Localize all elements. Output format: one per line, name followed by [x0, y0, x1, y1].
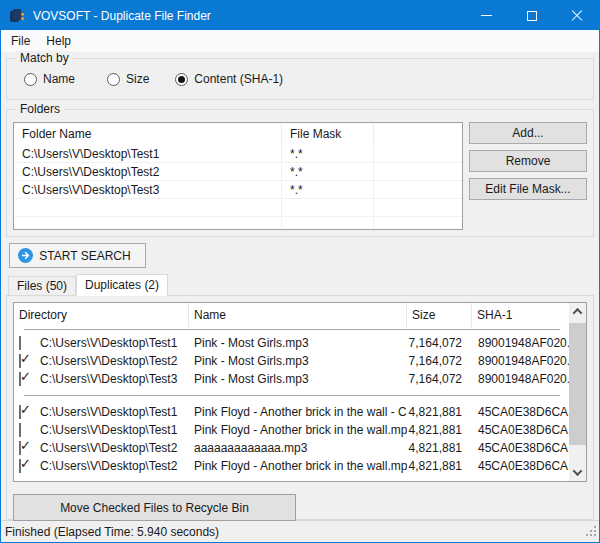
cell-size: 4,821,881	[407, 459, 472, 473]
start-search-button[interactable]: START SEARCH	[9, 243, 146, 268]
duplicate-row[interactable]: C:\Users\V\Desktop\Test1 Pink Floyd - An…	[14, 421, 569, 439]
cell-directory: C:\Users\V\Desktop\Test2	[36, 354, 189, 368]
cell-sha1: 89001948AF020...	[472, 372, 569, 386]
folder-row[interactable]: C:\Users\V\Desktop\Test2 *.*	[14, 163, 462, 181]
chevron-down-icon	[573, 466, 583, 476]
column-file-mask[interactable]: File Mask	[282, 123, 374, 145]
duplicate-row[interactable]: C:\Users\V\Desktop\Test3 Pink - Most Gir…	[14, 370, 569, 388]
cell-sha1: 45CA0E38D6CA...	[472, 459, 569, 473]
folders-table-header: Folder Name File Mask	[14, 123, 462, 145]
duplicates-list-content: Directory Name Size SHA-1 C:\Users\V\Des…	[14, 303, 569, 475]
scroll-down-button[interactable]	[569, 464, 586, 481]
column-folder-name[interactable]: Folder Name	[14, 123, 282, 145]
folder-mask[interactable]: *.*	[282, 181, 374, 198]
cell-size: 4,821,881	[407, 405, 472, 419]
menu-file[interactable]: File	[3, 30, 38, 52]
minimize-icon	[481, 15, 492, 16]
cell-size: 4,821,881	[407, 441, 472, 455]
app-icon	[9, 8, 25, 24]
radio-content-label: Content (SHA-1)	[194, 72, 283, 86]
row-checkbox[interactable]	[19, 405, 21, 419]
scroll-up-button[interactable]	[569, 303, 586, 320]
radio-name-icon[interactable]	[24, 73, 37, 86]
group-separator	[24, 329, 560, 330]
move-to-recycle-bin-button[interactable]: Move Checked Files to Recycle Bin	[13, 494, 296, 521]
duplicate-row[interactable]: C:\Users\V\Desktop\Test1 Pink - Most Gir…	[14, 334, 569, 352]
cell-directory: C:\Users\V\Desktop\Test1	[36, 405, 189, 419]
column-spare	[374, 123, 462, 145]
radio-content-icon[interactable]	[175, 73, 188, 86]
column-name[interactable]: Name	[189, 303, 407, 327]
cell-name: aaaaaaaaaaaaa.mp3	[189, 441, 407, 455]
cell-size: 7,164,072	[407, 372, 472, 386]
duplicate-row[interactable]: C:\Users\V\Desktop\Test2 Pink Floyd - An…	[14, 457, 569, 475]
maximize-button[interactable]	[509, 1, 554, 30]
menu-help[interactable]: Help	[38, 30, 79, 52]
radio-size-label: Size	[126, 72, 149, 86]
match-by-group: Match by Name Size Content (SHA-1)	[6, 58, 594, 100]
close-icon	[571, 10, 583, 22]
folder-buttons: Add... Remove Edit File Mask...	[469, 122, 587, 230]
resize-grip-icon[interactable]	[586, 526, 597, 540]
cell-size: 4,821,881	[407, 423, 472, 437]
chevron-up-icon	[573, 308, 583, 318]
match-by-label: Match by	[16, 51, 73, 65]
tab-files[interactable]: Files (50)	[8, 276, 76, 295]
tab-duplicates[interactable]: Duplicates (2)	[76, 274, 168, 296]
vertical-scrollbar[interactable]	[569, 303, 586, 481]
folder-row[interactable]: C:\Users\V\Desktop\Test3 *.*	[14, 181, 462, 199]
cell-size: 7,164,072	[407, 336, 472, 350]
cell-name: Pink Floyd - Another brick in the wall.m…	[189, 459, 407, 473]
folders-table[interactable]: Folder Name File Mask C:\Users\V\Desktop…	[13, 122, 463, 230]
radio-match-name[interactable]: Name	[24, 72, 75, 86]
cell-sha1: 45CA0E38D6CA...	[472, 441, 569, 455]
cell-name: Pink - Most Girls.mp3	[189, 354, 407, 368]
cell-directory: C:\Users\V\Desktop\Test3	[36, 372, 189, 386]
cell-name: Pink - Most Girls.mp3	[189, 336, 407, 350]
folder-row[interactable]: C:\Users\V\Desktop\Test1 *.*	[14, 145, 462, 163]
folder-row-empty	[14, 217, 462, 230]
folder-path[interactable]: C:\Users\V\Desktop\Test1	[14, 145, 282, 162]
radio-size-icon[interactable]	[107, 73, 120, 86]
duplicate-row[interactable]: C:\Users\V\Desktop\Test2 Pink - Most Gir…	[14, 352, 569, 370]
folder-row-empty	[14, 199, 462, 217]
minimize-button[interactable]	[464, 1, 509, 30]
cell-sha1: 45CA0E38D6CA...	[472, 405, 569, 419]
maximize-icon	[527, 11, 537, 21]
add-folder-button[interactable]: Add...	[469, 122, 587, 144]
radio-match-content[interactable]: Content (SHA-1)	[175, 72, 283, 86]
status-text: Finished (Elapsed Time: 5.940 seconds)	[5, 525, 219, 539]
folders-label: Folders	[16, 102, 64, 116]
folder-spare-cell	[374, 181, 462, 198]
scrollbar-thumb[interactable]	[569, 323, 586, 445]
row-checkbox[interactable]	[19, 336, 21, 350]
start-search-label: START SEARCH	[33, 249, 137, 263]
close-button[interactable]	[554, 1, 599, 30]
radio-name-label: Name	[43, 72, 75, 86]
duplicate-row[interactable]: C:\Users\V\Desktop\Test2 aaaaaaaaaaaaa.m…	[14, 439, 569, 457]
column-directory[interactable]: Directory	[14, 303, 189, 327]
folder-spare-cell	[374, 145, 462, 162]
radio-match-size[interactable]: Size	[107, 72, 149, 86]
duplicates-list[interactable]: Directory Name Size SHA-1 C:\Users\V\Des…	[13, 302, 587, 482]
row-checkbox[interactable]	[19, 459, 21, 473]
row-checkbox[interactable]	[19, 423, 21, 437]
remove-folder-button[interactable]: Remove	[469, 150, 587, 172]
move-to-recycle-bin-label: Move Checked Files to Recycle Bin	[60, 501, 249, 515]
folder-mask[interactable]: *.*	[282, 163, 374, 180]
row-checkbox[interactable]	[19, 354, 21, 368]
folder-spare-cell	[374, 163, 462, 180]
folder-mask[interactable]: *.*	[282, 145, 374, 162]
scrollbar-track[interactable]	[569, 320, 586, 464]
folder-path[interactable]: C:\Users\V\Desktop\Test2	[14, 163, 282, 180]
edit-file-mask-button[interactable]: Edit File Mask...	[469, 178, 587, 200]
duplicate-row[interactable]: C:\Users\V\Desktop\Test1 Pink Floyd - An…	[14, 403, 569, 421]
column-sha1[interactable]: SHA-1	[472, 303, 569, 327]
menu-bar: File Help	[1, 30, 599, 52]
row-checkbox[interactable]	[19, 372, 21, 386]
cell-name: Pink - Most Girls.mp3	[189, 372, 407, 386]
column-size[interactable]: Size	[407, 303, 472, 327]
cell-sha1: 45CA0E38D6CA...	[472, 423, 569, 437]
folder-path[interactable]: C:\Users\V\Desktop\Test3	[14, 181, 282, 198]
row-checkbox[interactable]	[19, 441, 21, 455]
